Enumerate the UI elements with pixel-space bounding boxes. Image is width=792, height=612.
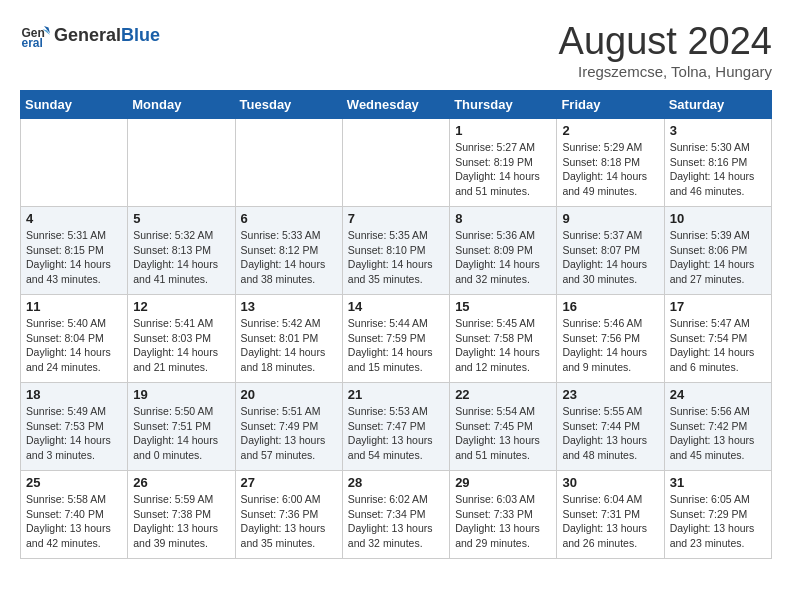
day-info: Sunrise: 5:46 AMSunset: 7:56 PMDaylight:…	[562, 316, 658, 375]
calendar-cell: 21Sunrise: 5:53 AMSunset: 7:47 PMDayligh…	[342, 383, 449, 471]
calendar-cell: 25Sunrise: 5:58 AMSunset: 7:40 PMDayligh…	[21, 471, 128, 559]
calendar-cell: 4Sunrise: 5:31 AMSunset: 8:15 PMDaylight…	[21, 207, 128, 295]
day-info: Sunrise: 5:45 AMSunset: 7:58 PMDaylight:…	[455, 316, 551, 375]
calendar-cell: 8Sunrise: 5:36 AMSunset: 8:09 PMDaylight…	[450, 207, 557, 295]
calendar-cell: 7Sunrise: 5:35 AMSunset: 8:10 PMDaylight…	[342, 207, 449, 295]
day-info: Sunrise: 5:58 AMSunset: 7:40 PMDaylight:…	[26, 492, 122, 551]
calendar-cell: 26Sunrise: 5:59 AMSunset: 7:38 PMDayligh…	[128, 471, 235, 559]
weekday-header-thursday: Thursday	[450, 91, 557, 119]
day-info: Sunrise: 5:59 AMSunset: 7:38 PMDaylight:…	[133, 492, 229, 551]
calendar-cell: 17Sunrise: 5:47 AMSunset: 7:54 PMDayligh…	[664, 295, 771, 383]
day-info: Sunrise: 6:02 AMSunset: 7:34 PMDaylight:…	[348, 492, 444, 551]
day-number: 14	[348, 299, 444, 314]
calendar-cell: 1Sunrise: 5:27 AMSunset: 8:19 PMDaylight…	[450, 119, 557, 207]
day-info: Sunrise: 5:29 AMSunset: 8:18 PMDaylight:…	[562, 140, 658, 199]
calendar-table: SundayMondayTuesdayWednesdayThursdayFrid…	[20, 90, 772, 559]
day-info: Sunrise: 5:30 AMSunset: 8:16 PMDaylight:…	[670, 140, 766, 199]
calendar-cell: 9Sunrise: 5:37 AMSunset: 8:07 PMDaylight…	[557, 207, 664, 295]
day-info: Sunrise: 5:36 AMSunset: 8:09 PMDaylight:…	[455, 228, 551, 287]
calendar-cell: 19Sunrise: 5:50 AMSunset: 7:51 PMDayligh…	[128, 383, 235, 471]
day-number: 2	[562, 123, 658, 138]
calendar-week-row: 4Sunrise: 5:31 AMSunset: 8:15 PMDaylight…	[21, 207, 772, 295]
day-number: 8	[455, 211, 551, 226]
day-info: Sunrise: 5:47 AMSunset: 7:54 PMDaylight:…	[670, 316, 766, 375]
day-info: Sunrise: 6:05 AMSunset: 7:29 PMDaylight:…	[670, 492, 766, 551]
day-number: 18	[26, 387, 122, 402]
day-info: Sunrise: 5:53 AMSunset: 7:47 PMDaylight:…	[348, 404, 444, 463]
day-info: Sunrise: 5:44 AMSunset: 7:59 PMDaylight:…	[348, 316, 444, 375]
day-info: Sunrise: 6:04 AMSunset: 7:31 PMDaylight:…	[562, 492, 658, 551]
day-number: 20	[241, 387, 337, 402]
day-info: Sunrise: 5:49 AMSunset: 7:53 PMDaylight:…	[26, 404, 122, 463]
day-number: 10	[670, 211, 766, 226]
day-number: 25	[26, 475, 122, 490]
day-number: 30	[562, 475, 658, 490]
day-number: 5	[133, 211, 229, 226]
calendar-cell: 13Sunrise: 5:42 AMSunset: 8:01 PMDayligh…	[235, 295, 342, 383]
day-info: Sunrise: 5:27 AMSunset: 8:19 PMDaylight:…	[455, 140, 551, 199]
logo-icon: Gen eral	[20, 20, 50, 50]
day-number: 28	[348, 475, 444, 490]
weekday-header-monday: Monday	[128, 91, 235, 119]
calendar-cell	[342, 119, 449, 207]
title-section: August 2024 Iregszemcse, Tolna, Hungary	[559, 20, 772, 80]
logo-general-text: General	[54, 25, 121, 46]
month-year-title: August 2024	[559, 20, 772, 63]
svg-text:eral: eral	[22, 36, 43, 50]
day-info: Sunrise: 5:33 AMSunset: 8:12 PMDaylight:…	[241, 228, 337, 287]
calendar-cell	[235, 119, 342, 207]
calendar-cell: 11Sunrise: 5:40 AMSunset: 8:04 PMDayligh…	[21, 295, 128, 383]
calendar-cell: 18Sunrise: 5:49 AMSunset: 7:53 PMDayligh…	[21, 383, 128, 471]
day-number: 12	[133, 299, 229, 314]
calendar-cell: 29Sunrise: 6:03 AMSunset: 7:33 PMDayligh…	[450, 471, 557, 559]
calendar-cell: 28Sunrise: 6:02 AMSunset: 7:34 PMDayligh…	[342, 471, 449, 559]
day-info: Sunrise: 6:00 AMSunset: 7:36 PMDaylight:…	[241, 492, 337, 551]
day-info: Sunrise: 5:31 AMSunset: 8:15 PMDaylight:…	[26, 228, 122, 287]
day-info: Sunrise: 5:42 AMSunset: 8:01 PMDaylight:…	[241, 316, 337, 375]
day-info: Sunrise: 5:41 AMSunset: 8:03 PMDaylight:…	[133, 316, 229, 375]
day-number: 24	[670, 387, 766, 402]
day-info: Sunrise: 6:03 AMSunset: 7:33 PMDaylight:…	[455, 492, 551, 551]
calendar-cell: 6Sunrise: 5:33 AMSunset: 8:12 PMDaylight…	[235, 207, 342, 295]
day-info: Sunrise: 5:32 AMSunset: 8:13 PMDaylight:…	[133, 228, 229, 287]
calendar-cell: 2Sunrise: 5:29 AMSunset: 8:18 PMDaylight…	[557, 119, 664, 207]
day-info: Sunrise: 5:37 AMSunset: 8:07 PMDaylight:…	[562, 228, 658, 287]
calendar-week-row: 18Sunrise: 5:49 AMSunset: 7:53 PMDayligh…	[21, 383, 772, 471]
calendar-cell: 16Sunrise: 5:46 AMSunset: 7:56 PMDayligh…	[557, 295, 664, 383]
day-number: 22	[455, 387, 551, 402]
calendar-cell: 31Sunrise: 6:05 AMSunset: 7:29 PMDayligh…	[664, 471, 771, 559]
day-number: 13	[241, 299, 337, 314]
day-number: 29	[455, 475, 551, 490]
calendar-cell: 5Sunrise: 5:32 AMSunset: 8:13 PMDaylight…	[128, 207, 235, 295]
day-number: 7	[348, 211, 444, 226]
day-info: Sunrise: 5:39 AMSunset: 8:06 PMDaylight:…	[670, 228, 766, 287]
day-number: 9	[562, 211, 658, 226]
weekday-header-saturday: Saturday	[664, 91, 771, 119]
day-number: 11	[26, 299, 122, 314]
calendar-week-row: 25Sunrise: 5:58 AMSunset: 7:40 PMDayligh…	[21, 471, 772, 559]
weekday-header-row: SundayMondayTuesdayWednesdayThursdayFrid…	[21, 91, 772, 119]
weekday-header-friday: Friday	[557, 91, 664, 119]
calendar-week-row: 11Sunrise: 5:40 AMSunset: 8:04 PMDayligh…	[21, 295, 772, 383]
day-number: 17	[670, 299, 766, 314]
day-number: 16	[562, 299, 658, 314]
calendar-cell: 14Sunrise: 5:44 AMSunset: 7:59 PMDayligh…	[342, 295, 449, 383]
calendar-cell: 24Sunrise: 5:56 AMSunset: 7:42 PMDayligh…	[664, 383, 771, 471]
calendar-cell	[21, 119, 128, 207]
day-number: 23	[562, 387, 658, 402]
weekday-header-sunday: Sunday	[21, 91, 128, 119]
day-number: 27	[241, 475, 337, 490]
weekday-header-wednesday: Wednesday	[342, 91, 449, 119]
day-info: Sunrise: 5:54 AMSunset: 7:45 PMDaylight:…	[455, 404, 551, 463]
calendar-cell	[128, 119, 235, 207]
calendar-cell: 30Sunrise: 6:04 AMSunset: 7:31 PMDayligh…	[557, 471, 664, 559]
day-info: Sunrise: 5:40 AMSunset: 8:04 PMDaylight:…	[26, 316, 122, 375]
calendar-cell: 20Sunrise: 5:51 AMSunset: 7:49 PMDayligh…	[235, 383, 342, 471]
day-number: 31	[670, 475, 766, 490]
day-info: Sunrise: 5:56 AMSunset: 7:42 PMDaylight:…	[670, 404, 766, 463]
day-number: 26	[133, 475, 229, 490]
calendar-cell: 15Sunrise: 5:45 AMSunset: 7:58 PMDayligh…	[450, 295, 557, 383]
day-info: Sunrise: 5:50 AMSunset: 7:51 PMDaylight:…	[133, 404, 229, 463]
calendar-cell: 27Sunrise: 6:00 AMSunset: 7:36 PMDayligh…	[235, 471, 342, 559]
day-number: 6	[241, 211, 337, 226]
